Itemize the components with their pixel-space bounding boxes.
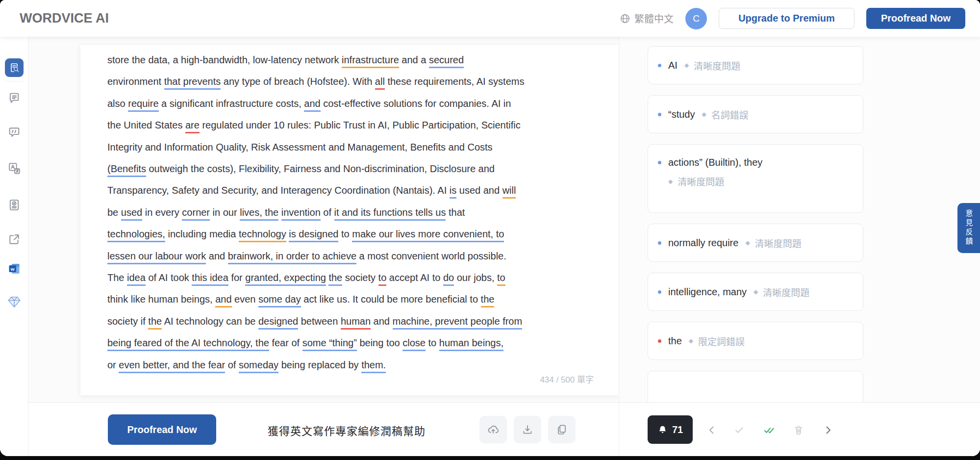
- text-run: The: [107, 272, 127, 283]
- sidebar-item-plagiarism-check[interactable]: [0, 198, 28, 212]
- sidebar-item-external-link[interactable]: [0, 232, 28, 246]
- severity-dot: [658, 113, 661, 116]
- double-check-icon: [763, 424, 776, 436]
- accept-button[interactable]: [733, 424, 746, 436]
- severity-dot: [658, 339, 661, 343]
- underlined-text[interactable]: some day: [258, 294, 301, 307]
- delete-button[interactable]: [792, 424, 805, 436]
- underlined-text[interactable]: to: [378, 272, 387, 286]
- text-run: cost-effective solutions for companies. …: [321, 98, 511, 109]
- text-run: any type of breach (Hofstee). With: [221, 76, 375, 87]
- underlined-text[interactable]: this idea: [192, 272, 228, 286]
- underlined-text[interactable]: are: [185, 120, 200, 133]
- underlined-text[interactable]: corner: [182, 207, 210, 221]
- underlined-text[interactable]: is: [450, 185, 456, 199]
- sidebar-item-premium-gem[interactable]: [0, 295, 28, 308]
- translator-icon: [7, 161, 21, 175]
- avatar[interactable]: C: [685, 8, 707, 29]
- header-proofread-button[interactable]: Proofread Now: [866, 8, 965, 29]
- upload-button[interactable]: [479, 416, 507, 443]
- copy-button[interactable]: [548, 416, 576, 443]
- underlined-text[interactable]: that prevents: [164, 76, 221, 90]
- underlined-text[interactable]: all: [375, 76, 385, 90]
- suggestion-card[interactable]: the◆限定詞錯誤: [648, 322, 863, 360]
- feedback-tab[interactable]: 意見反饋: [957, 203, 980, 253]
- text-run: the United States: [107, 120, 185, 130]
- underlined-text[interactable]: close: [402, 337, 426, 351]
- underlined-text[interactable]: technology: [239, 229, 286, 242]
- underlined-text[interactable]: it and its functions tells us: [334, 207, 446, 221]
- underlined-text[interactable]: designed: [258, 316, 298, 330]
- underlined-text[interactable]: the: [328, 272, 342, 286]
- error-category: 清晰度問題: [694, 59, 740, 72]
- sidebar-item-ms-word[interactable]: w: [0, 262, 28, 276]
- underlined-text[interactable]: used: [121, 207, 142, 221]
- underlined-text[interactable]: secured: [429, 54, 464, 68]
- underlined-text[interactable]: invention: [281, 207, 321, 221]
- document-text[interactable]: store the data, a high-bandwidth, low-la…: [80, 45, 619, 376]
- doc-line: technologies, including media technology…: [107, 223, 619, 245]
- underlined-text[interactable]: lessen our labour work: [107, 251, 206, 264]
- underlined-text[interactable]: human beings,: [439, 337, 503, 351]
- underlined-text[interactable]: the: [481, 294, 495, 307]
- underlined-text[interactable]: machine, prevent people from: [393, 316, 523, 330]
- text-run: Integrity and Information Quality, Risk …: [107, 142, 493, 153]
- sidebar-item-summarizer[interactable]: [0, 91, 28, 105]
- underlined-text[interactable]: lives, the: [240, 207, 278, 221]
- underlined-text[interactable]: to: [497, 272, 505, 286]
- underlined-text[interactable]: and: [304, 98, 320, 112]
- language-selector[interactable]: 繁體中文: [620, 11, 674, 26]
- sidebar-item-translator[interactable]: [0, 161, 28, 175]
- underlined-text[interactable]: do: [443, 272, 454, 286]
- underlined-text[interactable]: the: [148, 316, 162, 330]
- underlined-text[interactable]: them.: [361, 359, 386, 373]
- upgrade-button[interactable]: Upgrade to Premium: [719, 8, 854, 29]
- proofread-now-button[interactable]: Proofread Now: [108, 414, 216, 445]
- doc-line: also require a significant infrastructur…: [107, 93, 619, 114]
- download-button[interactable]: [514, 416, 541, 443]
- underlined-text[interactable]: require: [128, 98, 158, 112]
- sidebar-item-chat[interactable]: [0, 126, 28, 139]
- sidebar-divider: [4, 81, 24, 81]
- prev-suggestion-button[interactable]: [705, 424, 718, 436]
- word-counter: 434 / 500 單字: [540, 373, 594, 385]
- text-run: being replaced by: [278, 359, 361, 370]
- underlined-text[interactable]: human: [341, 316, 371, 330]
- doc-line: lessen our labour work and brainwork, in…: [107, 245, 619, 267]
- underlined-text[interactable]: make our lives more convenient, to: [352, 229, 504, 242]
- diamond-icon: ◆: [745, 239, 750, 246]
- underlined-text[interactable]: someday: [239, 359, 278, 373]
- underlined-text[interactable]: even better, and the fear: [119, 359, 225, 373]
- underlined-text[interactable]: infrastructure: [342, 54, 399, 68]
- suggestion-card[interactable]: “study◆名詞錯誤: [648, 95, 863, 133]
- underlined-text[interactable]: some “thing”: [302, 337, 357, 351]
- sidebar-item-proofreading[interactable]: [0, 58, 28, 77]
- underlined-text[interactable]: technologies,: [107, 229, 165, 242]
- underlined-text[interactable]: (Benefits: [107, 163, 146, 177]
- underlined-text[interactable]: granted, expecting: [245, 272, 326, 286]
- suggestion-card[interactable]: actions” (Builtin), they◆清晰度問題: [648, 144, 863, 213]
- suggestion-word: normally require: [668, 237, 738, 249]
- accept-all-button[interactable]: [763, 424, 776, 436]
- promo-text: 獲得英文寫作專家編修潤稿幫助: [268, 422, 426, 438]
- diamond-icon: ◆: [754, 288, 758, 295]
- underlined-text[interactable]: idea: [127, 272, 146, 286]
- text-run: society: [342, 272, 378, 283]
- suggestion-card[interactable]: AI◆清晰度問題: [648, 46, 863, 84]
- next-suggestion-button[interactable]: [822, 424, 834, 436]
- underlined-text[interactable]: will: [503, 185, 516, 199]
- suggestion-card[interactable]: normally require◆清晰度問題: [648, 224, 863, 262]
- suggestion-list: AI◆清晰度問題“study◆名詞錯誤actions” (Builtin), t…: [648, 46, 863, 420]
- suggestion-card[interactable]: intelligence, many◆清晰度問題: [648, 273, 863, 311]
- underlined-text[interactable]: being feared of the AI technology, the: [107, 337, 269, 351]
- text-run: to: [426, 337, 439, 348]
- underlined-text[interactable]: and: [215, 294, 231, 307]
- text-run: even: [232, 294, 258, 305]
- logo[interactable]: WORDVICE AI: [20, 11, 109, 26]
- suggestion-word: intelligence, many: [668, 286, 747, 298]
- svg-text:w: w: [10, 266, 14, 272]
- copy-icon: [555, 423, 568, 436]
- text-run: Transparency, Safety and Security, and I…: [107, 185, 450, 196]
- underlined-text[interactable]: brainwork, in order to achieve: [228, 251, 356, 264]
- underlined-text[interactable]: is designed: [289, 229, 338, 242]
